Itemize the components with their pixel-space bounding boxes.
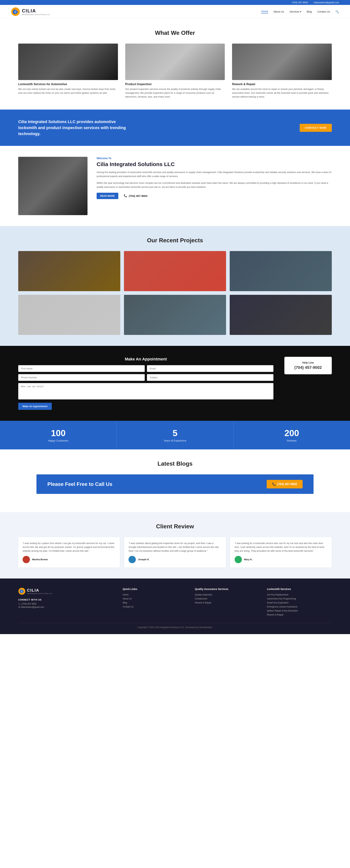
footer-link-contact[interactable]: Contact Us xyxy=(123,606,188,608)
offer-grid: Locksmith Services for Automotive We not… xyxy=(18,43,332,99)
project-img-1 xyxy=(18,251,120,291)
offer-title-rework: Rework & Repair xyxy=(232,83,332,86)
stat-label-1: Years of Experience xyxy=(120,439,229,442)
submit-appointment-button[interactable]: Make An Appointment xyxy=(18,403,52,410)
footer-quicklinks-title: Quick Links xyxy=(123,588,188,591)
footer-link-about[interactable]: About Us xyxy=(123,597,188,600)
footer-logo-area: C CILIA INTEGRATED SOLUTIONS LLC xyxy=(18,588,116,595)
helpline-label: Help Line xyxy=(290,361,326,364)
stat-number-1: 5 xyxy=(120,428,229,438)
nav-services[interactable]: Services ▾ xyxy=(289,10,301,13)
footer-quality-link-0[interactable]: Quality Inspection xyxy=(195,593,260,596)
footer-col-locksmith: Locksmith Services Car Key Replacement A… xyxy=(267,588,332,618)
footer-quality-title: Quality Assurance Services xyxy=(195,588,260,591)
phone-input[interactable] xyxy=(18,374,145,381)
blogs-title: Latest Blogs xyxy=(18,460,332,467)
project-img-6 xyxy=(230,295,332,335)
about-image xyxy=(18,157,88,215)
reviewer-2: Mary K. xyxy=(234,556,327,563)
about-phone-number: (704) 457-9002 xyxy=(129,194,148,197)
subject-input[interactable] xyxy=(147,374,274,381)
reviewer-0: Martha Brown xyxy=(23,556,116,563)
offer-card-inspection: Product Inspection Our product inspectio… xyxy=(125,43,225,99)
review-text-1: "I was clueless about getting the inspec… xyxy=(129,541,221,553)
stat-years-experience: 5 Years of Experience xyxy=(117,421,233,450)
call-banner-text: Please Feel Free to Call Us xyxy=(47,481,112,487)
stat-label-0: Happy Customers xyxy=(4,439,113,442)
project-img-2 xyxy=(124,251,226,291)
reviewer-avatar-2 xyxy=(234,556,242,563)
message-textarea[interactable] xyxy=(18,383,274,399)
form-row-1 xyxy=(18,365,274,372)
footer-locksmith-link-1[interactable]: Automotive Key Programming xyxy=(267,597,332,600)
footer-locksmith-link-2[interactable]: Smart Key Duplication xyxy=(267,601,332,604)
logo: C CILIA INTEGRATED SOLUTIONS LLC xyxy=(11,7,50,16)
reviewer-avatar-0 xyxy=(23,556,30,563)
appointment-section: Make An Appointment Make An Appointment … xyxy=(0,346,350,421)
helpline-number: (704) 457-9002 xyxy=(290,365,326,370)
header: C CILIA INTEGRATED SOLUTIONS LLC Home Ab… xyxy=(0,5,350,19)
about-phone: 📞 (704) 457-9002 xyxy=(124,194,148,197)
nav-blog[interactable]: Blog xyxy=(307,10,312,13)
offer-card-locksmith: Locksmith Services for Automotive We not… xyxy=(18,43,118,99)
review-card-0: "I was looking for a place from where I … xyxy=(18,537,120,567)
footer-link-home[interactable]: Home xyxy=(123,593,188,596)
projects-title: Our Recent Projects xyxy=(18,237,332,244)
footer-link-blog[interactable]: Blog xyxy=(123,601,188,604)
footer-quality-link-2[interactable]: Rework & Repair xyxy=(195,601,260,604)
offer-title-locksmith: Locksmith Services for Automotive xyxy=(18,83,118,86)
projects-section: Our Recent Projects xyxy=(0,226,350,346)
offer-text-locksmith: We not only unlock locked cars but we al… xyxy=(18,87,118,95)
reviewer-name-2: Mary K. xyxy=(244,558,253,561)
topbar-phone: (704) 457-9002 xyxy=(292,1,308,4)
logo-sub: INTEGRATED SOLUTIONS LLC xyxy=(22,14,50,16)
contact-now-button[interactable]: CONTACT NOW xyxy=(300,124,332,132)
footer-email: ✉ ciliasolution@gmail.com xyxy=(18,606,116,609)
logo-text: CILIA xyxy=(22,8,36,13)
footer-col-brand: C CILIA INTEGRATED SOLUTIONS LLC CONNECT… xyxy=(18,588,116,618)
what-we-offer-section: What We Offer Locksmith Services for Aut… xyxy=(0,19,350,110)
svg-text:C: C xyxy=(14,10,17,13)
footer: C CILIA INTEGRATED SOLUTIONS LLC CONNECT… xyxy=(0,579,350,634)
reviewer-name-0: Martha Brown xyxy=(32,558,48,561)
search-icon[interactable]: 🔍 xyxy=(336,10,339,13)
stat-number-0: 100 xyxy=(4,428,113,438)
welcome-text: Welcome To xyxy=(97,157,332,160)
review-text-2: "I was looking for a locksmith service w… xyxy=(234,541,327,553)
stats-section: 100 Happy Customers 5 Years of Experienc… xyxy=(0,421,350,450)
offer-img-locksmith xyxy=(18,43,118,80)
form-row-2 xyxy=(18,374,274,381)
footer-locksmith-title: Locksmith Services xyxy=(267,588,332,591)
footer-phone: 📞 (704) 457-9002 xyxy=(18,602,116,605)
blue-banner-text: Cilia Integrated Solutions LLC provides … xyxy=(18,119,128,137)
blue-banner: Cilia Integrated Solutions LLC provides … xyxy=(0,110,350,146)
svg-text:C: C xyxy=(21,590,23,593)
email-input[interactable] xyxy=(147,365,274,372)
read-more-button[interactable]: READ MORE xyxy=(97,193,118,199)
footer-locksmith-link-0[interactable]: Car Key Replacement xyxy=(267,593,332,596)
reviewer-1: Joseph H. xyxy=(129,556,221,563)
call-button-number: (704) 457-9002 xyxy=(277,483,297,486)
footer-logo-text: CILIA xyxy=(27,588,53,593)
topbar-email: ciliasolution@gmail.com xyxy=(314,1,339,4)
offer-text-rework: We are available around the clock to rep… xyxy=(232,87,332,99)
offer-img-rework xyxy=(232,43,332,80)
nav-about[interactable]: About Us xyxy=(274,10,284,13)
about-actions: READ MORE 📞 (704) 457-9002 xyxy=(97,193,332,199)
call-button[interactable]: 📞 (704) 457-9002 xyxy=(267,480,303,489)
footer-copyright: Copyright © 2024 Cilia Integrated Soluti… xyxy=(137,626,213,629)
nav-home[interactable]: Home xyxy=(261,10,268,13)
review-card-1: "I was clueless about getting the inspec… xyxy=(124,537,226,567)
footer-connect-title: CONNECT WITH US xyxy=(18,598,116,601)
phone-icon: 📞 xyxy=(124,194,127,197)
footer-quality-link-1[interactable]: Containment xyxy=(195,597,260,600)
reviewer-avatar-1 xyxy=(129,556,136,563)
nav-contact[interactable]: Contact Us xyxy=(317,10,330,13)
footer-logo-icon: C xyxy=(18,588,26,595)
stat-reviews: 200 Reviews xyxy=(233,421,350,450)
footer-locksmith-link-4[interactable]: Ignition Repair & Key Extraction xyxy=(267,610,332,612)
first-name-input[interactable] xyxy=(18,365,145,372)
offer-img-inspection xyxy=(125,43,225,80)
footer-locksmith-link-5[interactable]: Rework & Repair xyxy=(267,614,332,616)
footer-locksmith-link-3[interactable]: Emergency Lockout Assistance xyxy=(267,606,332,608)
